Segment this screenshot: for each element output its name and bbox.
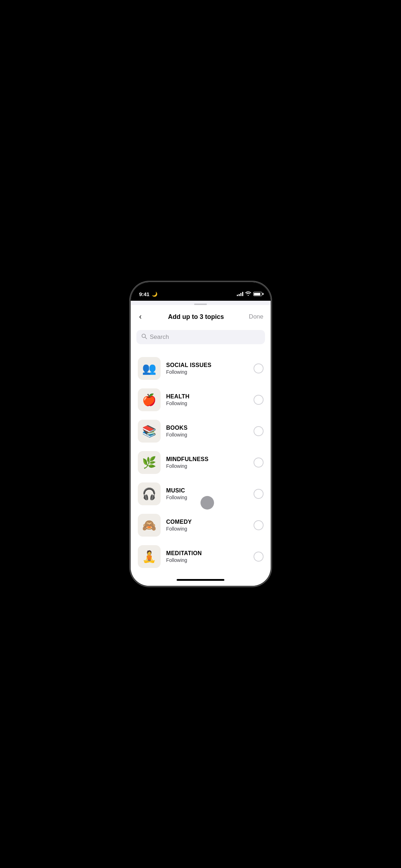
sheet-top <box>131 301 271 305</box>
topic-text-books: BOOKS Following <box>166 425 248 438</box>
topic-checkbox-social-issues[interactable] <box>254 363 264 373</box>
status-bar: 9:41 🌙 <box>131 282 271 301</box>
topic-checkbox-health[interactable] <box>254 395 264 405</box>
topic-text-music: MUSIC Following <box>166 487 248 500</box>
topic-item-meditation[interactable]: 🧘 MEDITATION Following <box>131 541 271 572</box>
search-icon <box>141 334 147 341</box>
status-icons <box>237 291 262 297</box>
topic-name-mindfulness: MINDFULNESS <box>166 456 248 463</box>
topic-checkbox-comedy[interactable] <box>254 520 264 530</box>
signal-bars-icon <box>237 292 243 296</box>
topic-item-comedy[interactable]: 🙈 COMEDY Following <box>131 510 271 541</box>
svg-line-1 <box>145 337 147 339</box>
topic-name-books: BOOKS <box>166 425 248 431</box>
topic-sub-books: Following <box>166 432 248 438</box>
wifi-icon <box>245 291 251 297</box>
search-input[interactable]: Search <box>150 334 169 341</box>
topic-icon-mindfulness: 🌿 <box>138 451 161 474</box>
topic-text-social-issues: SOCIAL ISSUES Following <box>166 362 248 375</box>
topic-text-mindfulness: MINDFULNESS Following <box>166 456 248 469</box>
done-button[interactable]: Done <box>249 313 264 320</box>
topic-checkbox-mindfulness[interactable] <box>254 458 264 467</box>
topic-text-comedy: COMEDY Following <box>166 519 248 532</box>
page-title: Add up to 3 topics <box>143 313 249 321</box>
topic-name-comedy: COMEDY <box>166 519 248 525</box>
home-indicator <box>131 574 271 586</box>
home-bar <box>177 579 224 581</box>
topic-sub-mindfulness: Following <box>166 463 248 469</box>
topic-item-social-issues[interactable]: 👥 SOCIAL ISSUES Following <box>131 353 271 384</box>
topic-text-meditation: MEDITATION Following <box>166 550 248 563</box>
topic-sub-meditation: Following <box>166 557 248 563</box>
topic-icon-social-issues: 👥 <box>138 357 161 380</box>
topic-checkbox-music[interactable] <box>254 489 264 499</box>
search-bar[interactable]: Search <box>136 330 265 344</box>
topic-icon-comedy: 🙈 <box>138 514 161 537</box>
status-time: 9:41 <box>139 291 150 297</box>
topics-list: 👥 SOCIAL ISSUES Following 🍎 HEALTH Follo… <box>131 350 271 574</box>
topic-icon-meditation: 🧘 <box>138 545 161 568</box>
topic-item-music[interactable]: 🎧 MUSIC Following <box>131 478 271 510</box>
topic-checkbox-books[interactable] <box>254 426 264 436</box>
moon-icon: 🌙 <box>152 291 157 297</box>
topic-item-freie-universitat[interactable]: 🎓 FREIE UNIVERSITAT BERLIN <box>131 572 271 574</box>
topic-checkbox-meditation[interactable] <box>254 552 264 562</box>
topic-name-social-issues: SOCIAL ISSUES <box>166 362 248 368</box>
topic-text-health: HEALTH Following <box>166 393 248 406</box>
topic-sub-music: Following <box>166 495 248 500</box>
topic-icon-music: 🎧 <box>138 482 161 505</box>
search-container: Search <box>131 327 271 350</box>
nav-bar: ‹ Add up to 3 topics Done <box>131 305 271 327</box>
battery-icon <box>253 292 262 296</box>
phone-frame: 9:41 🌙 ‹ <box>131 282 271 586</box>
topic-name-music: MUSIC <box>166 487 248 494</box>
topic-item-books[interactable]: 📚 BOOKS Following <box>131 415 271 447</box>
topic-name-health: HEALTH <box>166 393 248 400</box>
topic-sub-health: Following <box>166 401 248 406</box>
topic-icon-books: 📚 <box>138 420 161 443</box>
topic-name-meditation: MEDITATION <box>166 550 248 557</box>
topic-icon-health: 🍎 <box>138 388 161 411</box>
topic-item-mindfulness[interactable]: 🌿 MINDFULNESS Following <box>131 447 271 478</box>
topic-sub-social-issues: Following <box>166 369 248 375</box>
topic-item-health[interactable]: 🍎 HEALTH Following <box>131 384 271 415</box>
back-button[interactable]: ‹ <box>138 311 143 323</box>
topic-sub-comedy: Following <box>166 526 248 532</box>
